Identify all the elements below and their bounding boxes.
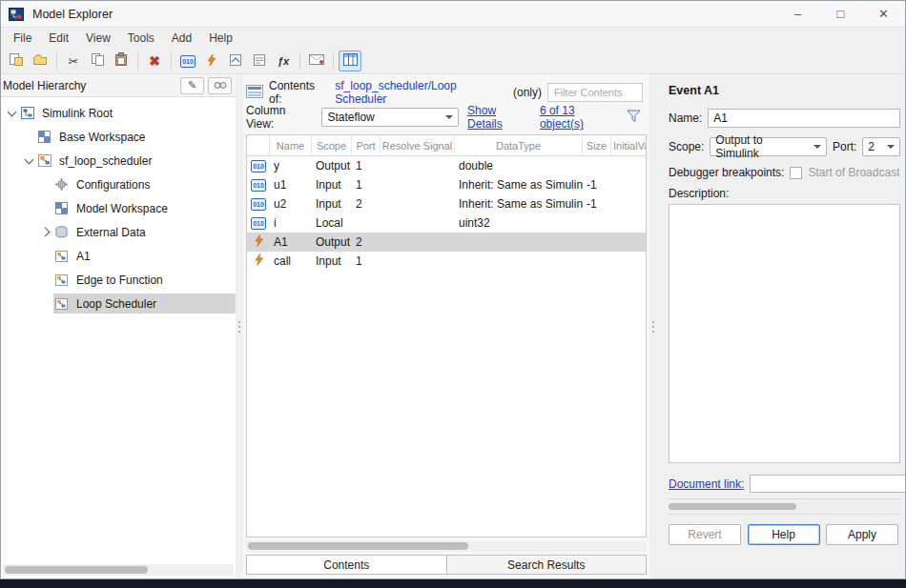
- cell-datatype: Inherit: Same as Simulink: [455, 175, 583, 194]
- minimize-button[interactable]: –: [776, 1, 819, 27]
- add-data-button[interactable]: [176, 51, 199, 71]
- edit-object-button[interactable]: ✎: [180, 77, 204, 94]
- scrollbar-thumb[interactable]: [248, 542, 468, 550]
- tree-item-base-workspace[interactable]: Base Workspace: [1, 125, 236, 149]
- chevron-down-icon[interactable]: [22, 153, 36, 168]
- maximize-button[interactable]: □: [819, 1, 862, 27]
- column-view-button[interactable]: [339, 51, 361, 71]
- tree-item-simulink-root[interactable]: Simulink Root: [1, 101, 236, 125]
- new-model-button[interactable]: [5, 51, 28, 71]
- tree-item-a1[interactable]: A1: [1, 244, 236, 268]
- column-header-datatype[interactable]: DataType: [455, 135, 583, 155]
- add-signal-button[interactable]: [224, 51, 247, 71]
- help-button[interactable]: Help: [748, 524, 820, 545]
- scrollbar-thumb[interactable]: [5, 566, 148, 574]
- column-header-initialvalue[interactable]: InitialVa: [611, 135, 646, 155]
- copy-button[interactable]: [86, 51, 109, 71]
- panel-splitter[interactable]: [236, 74, 243, 578]
- contents-controls-row: Column View: Stateflow Show Details 6 of…: [246, 106, 647, 129]
- tab-contents[interactable]: Contents: [246, 555, 447, 575]
- chevron-down-icon: [887, 145, 895, 152]
- window-controls: – □ ✕: [776, 1, 905, 27]
- column-header-port[interactable]: Port: [352, 135, 381, 155]
- table-row[interactable]: u2 Input 2 Inherit: Same as Simulink -1: [247, 194, 646, 213]
- tab-search-results[interactable]: Search Results: [446, 555, 648, 575]
- tree-item-label: External Data: [76, 226, 146, 239]
- port-select[interactable]: 2: [862, 137, 900, 156]
- cell-name: i: [270, 213, 312, 233]
- column-header-resolve-signal[interactable]: Resolve Signal: [381, 135, 455, 155]
- contents-hscrollbar[interactable]: [246, 540, 647, 552]
- filter-contents-input[interactable]: [547, 83, 643, 102]
- cell-name: call: [270, 252, 312, 271]
- menu-edit[interactable]: Edit: [40, 30, 77, 47]
- name-input[interactable]: [708, 109, 900, 128]
- menu-tools[interactable]: Tools: [119, 30, 163, 47]
- menu-help[interactable]: Help: [200, 30, 241, 47]
- apply-button[interactable]: Apply: [826, 524, 898, 545]
- tree-item-label: Loop Scheduler: [76, 297, 156, 311]
- tree-item-loop-scheduler[interactable]: Loop Scheduler: [1, 292, 236, 315]
- cell-port: 1: [352, 175, 381, 194]
- menu-view[interactable]: View: [77, 30, 119, 47]
- table-row[interactable]: i Local uint32: [247, 213, 646, 233]
- current-system-link[interactable]: sf_loop_scheduler/Loop Scheduler: [335, 79, 507, 106]
- object-count-link[interactable]: 6 of 13 object(s): [540, 104, 618, 131]
- tree-item-external-data[interactable]: External Data: [1, 220, 236, 244]
- filter-funnel-icon[interactable]: [627, 110, 641, 126]
- splitter-handle-icon: [652, 321, 654, 333]
- add-event-button[interactable]: [200, 51, 223, 71]
- table-row[interactable]: u1 Input 1 Inherit: Same as Simulink -1: [247, 175, 646, 194]
- column-header-size[interactable]: Size: [583, 135, 611, 155]
- column-header-name[interactable]: Name: [270, 135, 312, 155]
- table-row-selected[interactable]: A1 Output 2: [247, 233, 646, 252]
- chevron-right-icon[interactable]: [39, 225, 53, 239]
- document-link-input[interactable]: [750, 475, 905, 493]
- cut-button[interactable]: ✂: [62, 51, 85, 71]
- document-link-label[interactable]: Document link:: [669, 477, 744, 491]
- dialog-view-button[interactable]: [305, 51, 328, 71]
- add-function-button[interactable]: ƒx: [272, 51, 295, 71]
- table-row[interactable]: call Input 1: [247, 252, 646, 271]
- panel-splitter[interactable]: [649, 74, 657, 578]
- paste-button[interactable]: [110, 51, 133, 71]
- column-header-icon[interactable]: [247, 135, 270, 155]
- column-view-select[interactable]: Stateflow: [321, 108, 459, 127]
- dialog-buttons: Revert Help Apply: [669, 522, 900, 545]
- chevron-down-icon[interactable]: [5, 106, 19, 120]
- chevron-placeholder: [39, 177, 53, 192]
- tree-item-sf-loop-scheduler[interactable]: sf_loop_scheduler: [1, 149, 236, 172]
- delete-button[interactable]: ✖: [143, 51, 166, 71]
- tree-item-model-workspace[interactable]: Model Workspace: [1, 196, 236, 220]
- cell-resolve: [381, 156, 455, 175]
- bottom-strip: [0, 579, 906, 588]
- revert-button[interactable]: Revert: [669, 524, 741, 545]
- start-of-broadcast-checkbox[interactable]: [790, 167, 802, 179]
- scope-select[interactable]: Output to Simulink: [710, 137, 827, 156]
- open-model-button[interactable]: [29, 51, 51, 71]
- workspace-icon: [55, 202, 71, 215]
- cell-port: 2: [352, 194, 381, 213]
- dialog-hscrollbar[interactable]: [669, 502, 900, 511]
- table-row[interactable]: y Output 1 double: [247, 156, 646, 175]
- current-system-icon: [246, 85, 263, 101]
- add-parameter-button[interactable]: [248, 51, 271, 71]
- find-button[interactable]: [208, 77, 232, 94]
- show-details-link[interactable]: Show Details: [467, 104, 531, 131]
- data-icon: [251, 160, 266, 172]
- menu-add[interactable]: Add: [163, 30, 200, 47]
- app-icon: [9, 7, 26, 22]
- column-header-scope[interactable]: Scope: [312, 135, 352, 155]
- description-textarea[interactable]: [669, 204, 900, 463]
- tree-item-label: Base Workspace: [59, 131, 146, 144]
- tree-item-edge-to-function[interactable]: Edge to Function: [1, 268, 236, 292]
- scrollbar-thumb[interactable]: [669, 503, 796, 510]
- port-label: Port:: [833, 140, 856, 153]
- model-explorer-window: Model Explorer – □ ✕ File Edit View Tool…: [0, 0, 906, 579]
- cell-resolve: [381, 233, 455, 252]
- cell-scope: Output: [312, 233, 352, 252]
- hierarchy-hscrollbar[interactable]: [3, 564, 234, 576]
- menu-file[interactable]: File: [5, 30, 40, 47]
- close-button[interactable]: ✕: [862, 1, 905, 27]
- tree-item-configurations[interactable]: Configurations: [1, 172, 236, 196]
